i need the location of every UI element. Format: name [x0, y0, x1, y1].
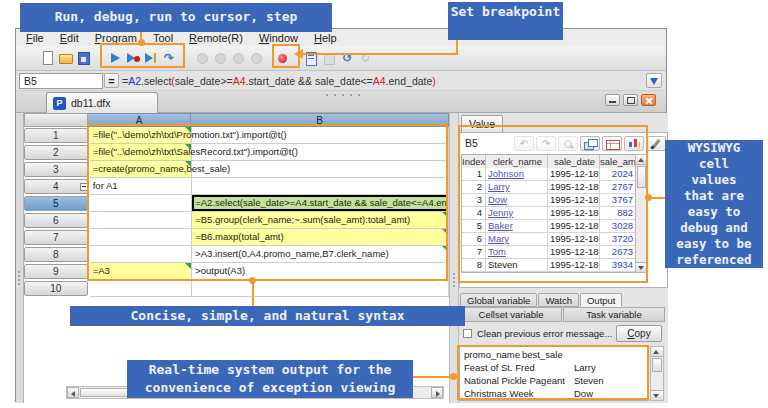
- copy-button[interactable]: Copy: [616, 325, 662, 342]
- cell-B6[interactable]: =B5.group(clerk_name;~.sum(sale_amt):tot…: [192, 212, 449, 229]
- cell-A9[interactable]: =A3: [90, 263, 193, 280]
- tab-cellset-variable[interactable]: Cellset variable: [460, 307, 562, 322]
- value-row-2[interactable]: 2Larry1995-12-18 ..2767: [462, 181, 636, 194]
- clerk-name-link[interactable]: Jenny: [488, 207, 513, 218]
- row-header-4[interactable]: 4: [24, 179, 88, 194]
- clerk-name-link[interactable]: Dow: [488, 194, 507, 205]
- tab-global-variable[interactable]: Global variable: [460, 293, 537, 307]
- row-header-3[interactable]: 3: [24, 162, 88, 177]
- value-row-8[interactable]: 8Steven1995-12-18 ..3934: [462, 259, 636, 272]
- formula-input[interactable]: =A2.select(sale_date>=A4.start_date && s…: [122, 74, 642, 88]
- close-button[interactable]: [641, 94, 656, 106]
- menu-item-help[interactable]: Help: [314, 32, 337, 44]
- edit-expression-button[interactable]: =: [104, 73, 119, 88]
- run-icon[interactable]: [107, 50, 123, 66]
- menu-item-program[interactable]: Program: [95, 32, 137, 44]
- column-header-a[interactable]: A: [88, 113, 191, 127]
- new-file-icon[interactable]: [40, 50, 56, 66]
- cell-A7[interactable]: [90, 229, 193, 246]
- scroll-up-icon[interactable]: [636, 155, 647, 165]
- cell-B4[interactable]: [192, 178, 449, 195]
- stop-icon[interactable]: [212, 50, 228, 66]
- cell-A5[interactable]: [90, 195, 193, 212]
- clerk-name-link[interactable]: Tom: [488, 246, 506, 257]
- row-header-2[interactable]: 2: [24, 145, 88, 160]
- row-header-10[interactable]: 10: [24, 281, 88, 296]
- debug-run-icon[interactable]: [125, 50, 141, 66]
- value-row-4[interactable]: 4Jenny1995-12-18 ..882: [462, 207, 636, 220]
- edit-value-icon[interactable]: [646, 136, 666, 151]
- value-row-5[interactable]: 5Baker1995-12-18 ..3028: [462, 220, 636, 233]
- cell-A8[interactable]: [90, 246, 193, 263]
- scrollbar-thumb[interactable]: [652, 358, 662, 372]
- interrupt-icon[interactable]: [248, 50, 264, 66]
- tab-watch[interactable]: Watch: [538, 293, 579, 307]
- scroll-down-icon[interactable]: [651, 390, 663, 400]
- column-header-clerk-name[interactable]: clerk_name: [486, 155, 548, 169]
- menu-item-window[interactable]: Window: [259, 32, 298, 44]
- copy-value-icon[interactable]: [580, 136, 600, 151]
- step-next-icon[interactable]: ↷: [161, 50, 177, 66]
- scrollbar-thumb[interactable]: [637, 166, 646, 188]
- undo-value-icon[interactable]: ↶: [514, 136, 534, 151]
- tab-db11-dfx[interactable]: P db11.dfx: [46, 92, 158, 113]
- column-header-index[interactable]: Index: [462, 155, 486, 169]
- clerk-name-link[interactable]: Larry: [488, 181, 510, 192]
- scroll-down-icon[interactable]: [636, 262, 647, 272]
- tab-task-variable[interactable]: Task variable: [563, 307, 665, 322]
- cell-A4[interactable]: for A1: [90, 178, 193, 195]
- value-row-7[interactable]: 7Tom1995-12-18 ..2673: [462, 246, 636, 259]
- cell-B3[interactable]: [192, 161, 449, 178]
- cell-A2[interactable]: =file("..\demo\zh\txt\SalesRecord.txt").…: [90, 144, 193, 161]
- menu-item-file[interactable]: File: [26, 32, 44, 44]
- value-row-3[interactable]: 3Dow1995-12-18 ..3767: [462, 194, 636, 207]
- clean-error-checkbox[interactable]: [463, 329, 472, 338]
- cell-ref-box[interactable]: B5: [19, 73, 103, 89]
- open-file-icon[interactable]: [58, 50, 74, 66]
- menu-item-remote-r[interactable]: Remote(R): [189, 32, 243, 44]
- column-header-sale-amt[interactable]: sale_amt: [600, 155, 636, 169]
- tab-value[interactable]: Value: [461, 115, 503, 132]
- clerk-name-link[interactable]: Johnson: [488, 168, 524, 179]
- splitter-handle[interactable]: [326, 93, 366, 97]
- cell-B8[interactable]: >A3.insert(0,A4.promo_name,B7.clerk_name…: [192, 246, 449, 263]
- zoom-value-icon[interactable]: [558, 136, 578, 151]
- resume-icon[interactable]: [230, 50, 246, 66]
- chart-view-icon[interactable]: [624, 136, 644, 151]
- collapse-toggle-icon[interactable]: [80, 183, 88, 191]
- value-row-6[interactable]: 6Mary1995-12-18 ..3720: [462, 233, 636, 246]
- cell-A6[interactable]: [90, 212, 193, 229]
- clerk-name-link[interactable]: Mary: [488, 233, 509, 244]
- minimize-button[interactable]: [605, 94, 620, 106]
- row-header-9[interactable]: 9: [24, 264, 88, 279]
- left-splitter[interactable]: [16, 113, 24, 403]
- redo-value-icon[interactable]: ↷: [536, 136, 556, 151]
- save-icon[interactable]: [76, 50, 92, 66]
- cell-A1[interactable]: =file("..\demo\zh\txt\Promotion.txt").im…: [90, 127, 193, 144]
- column-header-sale-date[interactable]: sale_date: [548, 155, 600, 169]
- grid-corner-cell[interactable]: [24, 113, 88, 127]
- output-console[interactable]: promo_namebest_saleFeast of St. FredLarr…: [459, 346, 649, 401]
- breakpoint-icon[interactable]: [275, 50, 291, 66]
- pause-icon[interactable]: [194, 50, 210, 66]
- output-scrollbar[interactable]: [650, 346, 664, 401]
- row-header-1[interactable]: 1: [24, 128, 88, 143]
- row-header-7[interactable]: 7: [24, 230, 88, 245]
- value-row-1[interactable]: 1Johnson1995-12-18 ..2024: [462, 168, 636, 181]
- restore-button[interactable]: [623, 94, 638, 106]
- menu-item-edit[interactable]: Edit: [60, 32, 79, 44]
- value-table-scrollbar[interactable]: [635, 154, 648, 273]
- scroll-left-icon[interactable]: [67, 387, 79, 398]
- cell-B5[interactable]: =A2.select(sale_date>=A4.start_date && s…: [192, 195, 449, 212]
- grid-view-icon[interactable]: [602, 136, 622, 151]
- cell-B7[interactable]: =B6.maxp(total_amt): [192, 229, 449, 246]
- row-header-8[interactable]: 8: [24, 247, 88, 262]
- column-header-b[interactable]: B: [191, 113, 449, 127]
- cell-A10[interactable]: [90, 280, 193, 297]
- scroll-right-icon[interactable]: [431, 387, 443, 398]
- expand-formula-button[interactable]: [646, 73, 662, 88]
- cell-B10[interactable]: [192, 280, 449, 297]
- menu-item-tool[interactable]: Tool: [153, 32, 173, 44]
- tab-output[interactable]: Output: [580, 293, 623, 307]
- clerk-name-link[interactable]: Baker: [488, 220, 513, 231]
